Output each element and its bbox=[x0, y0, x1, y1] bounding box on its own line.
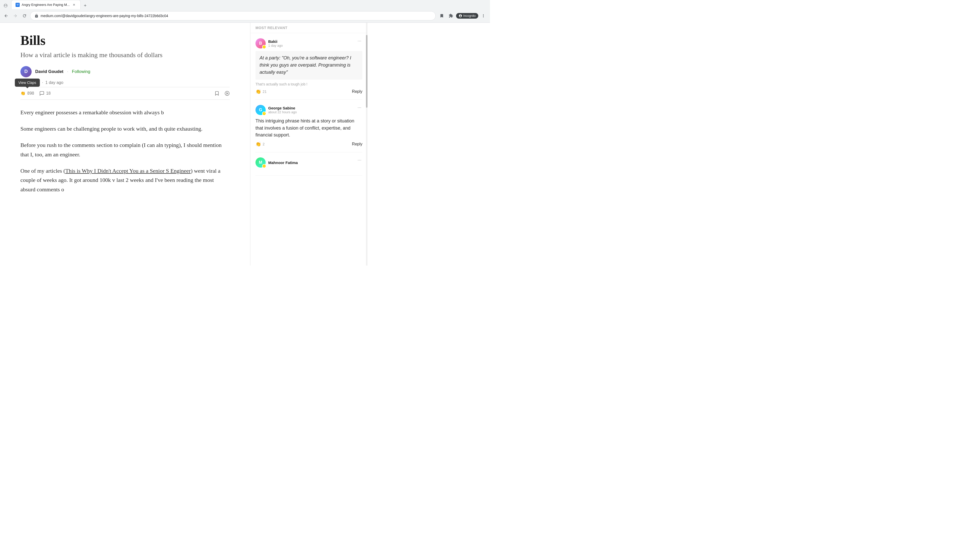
scroll-thumb bbox=[366, 35, 368, 108]
comment-clap-button[interactable]: 👏 21 bbox=[256, 89, 267, 94]
lock-icon bbox=[35, 14, 38, 18]
comment-author-name[interactable]: Mahnoor Fatima bbox=[268, 160, 298, 165]
author-badge: ⭐ bbox=[262, 164, 266, 168]
clap-icon: 👏 bbox=[21, 91, 25, 96]
address-bar[interactable]: medium.com/@davidgoudet/angry-engineers-… bbox=[30, 11, 436, 21]
comment-clap-button[interactable]: 👏 2 bbox=[256, 141, 265, 147]
article-para-4: One of my articles (This is Why I Didn't… bbox=[21, 166, 230, 194]
author-row: D David Goudet · Following bbox=[21, 66, 230, 77]
comment-author-info: Mahnoor Fatima bbox=[268, 160, 298, 165]
svg-marker-1 bbox=[227, 92, 228, 94]
reload-button[interactable] bbox=[21, 12, 28, 19]
comment-quote-body: At a party: "Oh, you're a software engin… bbox=[256, 51, 363, 79]
clap-container[interactable]: View Claps 👏 898 bbox=[21, 91, 34, 96]
comment-icon bbox=[39, 91, 45, 96]
author-info: David Goudet · Following bbox=[35, 69, 90, 74]
tab-close-button[interactable]: ✕ bbox=[72, 3, 76, 7]
author-avatar: D bbox=[21, 66, 32, 77]
comment-avatar-mahnoor: M ⭐ bbox=[256, 157, 266, 168]
comment-more-button[interactable]: ··· bbox=[356, 105, 363, 110]
comment-author-row: G ✓ George Sabine about 22 hours ago bbox=[256, 105, 297, 115]
comment-time: 1 day ago bbox=[268, 44, 283, 48]
clap-button[interactable]: 👏 898 bbox=[21, 91, 34, 96]
incognito-icon bbox=[458, 14, 462, 17]
bookmark-button[interactable] bbox=[438, 12, 446, 20]
article-body: Every engineer possesses a remarkable ob… bbox=[21, 108, 230, 194]
article-link[interactable]: This is Why I Didn't Accept You as a Sen… bbox=[65, 168, 191, 174]
incognito-label: Incognito bbox=[463, 14, 476, 17]
article-actions: View Claps 👏 898 18 bbox=[21, 87, 230, 100]
following-button[interactable]: Following bbox=[72, 69, 90, 74]
svg-point-0 bbox=[225, 91, 229, 95]
comment-button[interactable]: 18 bbox=[39, 91, 51, 96]
comment-text-body: This intriguing phrase hints at a story … bbox=[256, 118, 363, 139]
omnibox-bar: medium.com/@davidgoudet/angry-engineers-… bbox=[0, 9, 490, 22]
comment-avatar-george: G ✓ bbox=[256, 105, 266, 115]
comment-subtext: That's actually such a tough job ! bbox=[256, 82, 363, 86]
author-badge: ⭐ bbox=[262, 45, 266, 49]
comment-count: 18 bbox=[46, 91, 51, 96]
url-display: medium.com/@davidgoudet/angry-engineers-… bbox=[41, 14, 431, 18]
comment-footer: 👏 21 Reply bbox=[256, 89, 363, 94]
tab-bar: M Angry Engineers Are Paying M... ✕ + bbox=[0, 0, 490, 9]
comment-clap-count: 2 bbox=[262, 142, 265, 146]
comment-header: M ⭐ Mahnoor Fatima ··· bbox=[256, 157, 363, 168]
sidebar-header: MOST RELEVANT bbox=[250, 23, 368, 33]
reply-button[interactable]: Reply bbox=[352, 142, 363, 146]
active-tab[interactable]: M Angry Engineers Are Paying M... ✕ bbox=[11, 0, 81, 9]
clap-hand-icon: 👏 bbox=[256, 141, 261, 147]
clap-hand-icon: 👏 bbox=[256, 89, 261, 94]
comments-list: B ⭐ Bakii 1 day ago ··· At a party: "Oh,… bbox=[250, 33, 368, 265]
scrollbar[interactable] bbox=[366, 23, 368, 265]
comment-clap-count: 21 bbox=[262, 89, 267, 94]
forward-button[interactable] bbox=[12, 12, 19, 19]
profile-switcher[interactable] bbox=[2, 2, 9, 9]
listen-button[interactable] bbox=[224, 91, 230, 96]
comment-time: about 22 hours ago bbox=[268, 110, 297, 114]
clap-count: 898 bbox=[27, 91, 34, 96]
comment-author-info: George Sabine about 22 hours ago bbox=[268, 106, 297, 114]
save-button[interactable] bbox=[215, 91, 220, 96]
published-time: 1 day ago bbox=[45, 80, 63, 85]
article-subtitle: How a viral article is making me thousan… bbox=[21, 51, 230, 59]
comment-item: G ✓ George Sabine about 22 hours ago ···… bbox=[256, 100, 363, 152]
browser-actions: Incognito bbox=[438, 12, 487, 20]
new-tab-button[interactable]: + bbox=[82, 2, 89, 9]
author-badge: ✓ bbox=[262, 111, 266, 116]
tab-favicon: M bbox=[16, 3, 20, 7]
comment-item: M ⭐ Mahnoor Fatima ··· bbox=[256, 152, 363, 176]
save-icon bbox=[215, 91, 220, 96]
reply-button[interactable]: Reply bbox=[352, 89, 363, 94]
comment-author-info: Bakii 1 day ago bbox=[268, 39, 283, 48]
browser-chrome: M Angry Engineers Are Paying M... ✕ + me… bbox=[0, 0, 490, 23]
page-layout: Bills How a viral article is making me t… bbox=[0, 23, 490, 265]
comment-more-button[interactable]: ··· bbox=[356, 38, 363, 44]
back-button[interactable] bbox=[3, 12, 10, 19]
menu-button[interactable] bbox=[479, 12, 487, 20]
article-para-2: Some engineers can be challenging people… bbox=[21, 124, 230, 133]
incognito-badge: Incognito bbox=[456, 13, 478, 19]
comment-author-name[interactable]: Bakii bbox=[268, 39, 283, 44]
comment-header: B ⭐ Bakii 1 day ago ··· bbox=[256, 38, 363, 48]
article-title: Bills bbox=[21, 33, 230, 48]
article-para-3: Before you rush to the comments section … bbox=[21, 141, 230, 159]
view-claps-tooltip: View Claps bbox=[15, 79, 40, 87]
comment-footer: 👏 2 Reply bbox=[256, 141, 363, 147]
listen-icon bbox=[224, 91, 230, 96]
tab-title: Angry Engineers Are Paying M... bbox=[22, 3, 70, 6]
article-para-1: Every engineer possesses a remarkable ob… bbox=[21, 108, 230, 117]
comment-author-name[interactable]: George Sabine bbox=[268, 106, 297, 110]
comment-more-button[interactable]: ··· bbox=[356, 157, 363, 163]
article-meta: 5 min read · 1 day ago bbox=[21, 80, 230, 85]
comment-author-row: M ⭐ Mahnoor Fatima bbox=[256, 157, 298, 168]
extensions-button[interactable] bbox=[447, 12, 455, 20]
comment-item: B ⭐ Bakii 1 day ago ··· At a party: "Oh,… bbox=[256, 33, 363, 100]
author-name[interactable]: David Goudet bbox=[35, 69, 64, 74]
comment-avatar-bakii: B ⭐ bbox=[256, 38, 266, 48]
comment-header: G ✓ George Sabine about 22 hours ago ··· bbox=[256, 105, 363, 115]
article-area: Bills How a viral article is making me t… bbox=[0, 23, 250, 265]
comment-author-row: B ⭐ Bakii 1 day ago bbox=[256, 38, 283, 48]
comments-sidebar: MOST RELEVANT B ⭐ Bakii 1 day ago bbox=[250, 23, 368, 265]
